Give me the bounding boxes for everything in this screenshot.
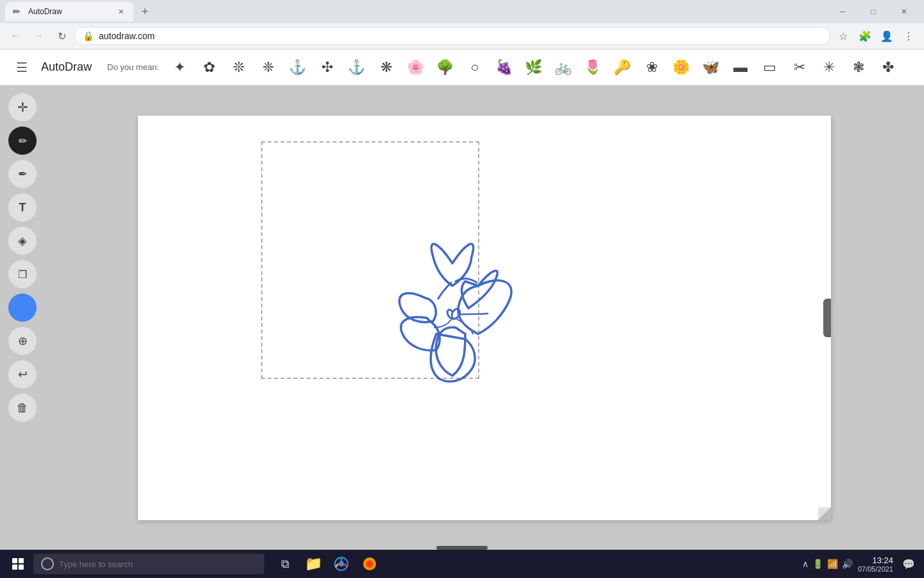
clock-date: 07/05/2021	[858, 565, 893, 573]
suggestion-icon-2[interactable]: ❊	[226, 55, 252, 80]
app-logo: AutoDraw	[41, 60, 92, 74]
browser-chrome: ✏ AutoDraw ✕ + ─ □ ✕ ← → ↻ 🔒 autodraw.co…	[0, 0, 924, 49]
active-tab[interactable]: ✏ AutoDraw ✕	[5, 2, 133, 21]
suggestion-icon-9[interactable]: 🌳	[432, 55, 458, 80]
maximize-button[interactable]: □	[859, 0, 888, 23]
close-button[interactable]: ✕	[889, 0, 919, 23]
suggestion-icon-11[interactable]: 🍇	[492, 55, 517, 80]
suggestion-icon-14[interactable]: 🌷	[580, 55, 606, 80]
suggestion-icon-4[interactable]: ⚓	[285, 55, 311, 80]
network-icon[interactable]: 📶	[827, 559, 838, 569]
search-icon	[41, 557, 54, 570]
new-tab-button[interactable]: +	[136, 3, 154, 21]
start-button[interactable]	[5, 551, 31, 577]
windows-icon	[12, 558, 24, 570]
system-tray: ∧ 🔋 📶 🔊	[802, 559, 853, 569]
drawing-canvas[interactable]	[138, 116, 831, 520]
suggestion-icon-22[interactable]: ✳	[816, 55, 842, 80]
corner-fold	[818, 507, 831, 520]
search-input[interactable]	[59, 559, 257, 569]
minimize-button[interactable]: ─	[828, 0, 857, 23]
main-area: ✛ ✏ ✒ T ◈ ❐ ⊕ ↩ 🗑	[0, 85, 924, 550]
firefox-app[interactable]	[357, 551, 382, 577]
suggestion-icon-8[interactable]: 🌸	[403, 55, 429, 80]
tab-title: AutoDraw	[28, 7, 110, 16]
color-button[interactable]	[8, 293, 37, 322]
svg-point-7	[368, 562, 372, 566]
window-controls: ─ □ ✕	[828, 0, 919, 23]
pen-tool[interactable]: ✒	[8, 160, 37, 188]
system-clock[interactable]: 13:24 07/05/2021	[858, 556, 893, 573]
forward-button[interactable]: →	[28, 26, 49, 46]
suggestion-icon-1[interactable]: ✿	[196, 55, 222, 80]
suggestion-icon-12[interactable]: 🌿	[521, 55, 547, 80]
task-view-button[interactable]: ⧉	[272, 551, 298, 577]
taskbar-center: ⧉ 📁	[272, 551, 382, 577]
suggestions-strip: ✦✿❊❈⚓✣⚓❋🌸🌳○🍇🌿🚲🌷🔑❀🌼🦋▬▭✂✳❃✤	[167, 55, 914, 80]
refresh-button[interactable]: ↻	[51, 26, 72, 46]
profile-button[interactable]: 👤	[877, 26, 897, 46]
browser-toolbar: ☆ 🧩 👤 ⋮	[833, 26, 919, 46]
suggestion-icon-15[interactable]: 🔑	[610, 55, 635, 80]
suggestion-icon-5[interactable]: ✣	[314, 55, 340, 80]
suggestion-icon-0[interactable]: ✦	[167, 55, 193, 80]
canvas-area[interactable]	[45, 85, 924, 550]
suggestion-icon-3[interactable]: ❈	[255, 55, 281, 80]
text-tool[interactable]: T	[8, 193, 37, 222]
taskbar-right: ∧ 🔋 📶 🔊 13:24 07/05/2021 💬	[802, 554, 919, 574]
suggestion-icon-24[interactable]: ✤	[875, 55, 901, 80]
url-text: autodraw.com	[99, 31, 822, 41]
svg-line-4	[345, 564, 348, 567]
back-button[interactable]: ←	[5, 26, 26, 46]
clock-time: 13:24	[858, 556, 893, 565]
suggestion-icon-21[interactable]: ✂	[787, 55, 812, 80]
address-box[interactable]: 🔒 autodraw.com	[74, 27, 830, 45]
notification-button[interactable]: 💬	[898, 554, 919, 574]
volume-icon[interactable]: 🔊	[842, 559, 853, 569]
left-toolbar: ✛ ✏ ✒ T ◈ ❐ ⊕ ↩ 🗑	[0, 85, 45, 550]
shape-tool[interactable]: ❐	[8, 260, 37, 288]
delete-button[interactable]: 🗑	[8, 394, 37, 422]
tab-close-button[interactable]: ✕	[116, 6, 126, 17]
suggestion-icon-6[interactable]: ⚓	[344, 55, 370, 80]
do-you-mean-label: Do you mean:	[107, 62, 159, 72]
svg-line-3	[336, 564, 339, 567]
svg-point-1	[339, 561, 344, 566]
address-bar-row: ← → ↻ 🔒 autodraw.com ☆ 🧩 👤 ⋮	[0, 23, 924, 49]
chrome-app[interactable]	[329, 551, 354, 577]
suggestion-icon-19[interactable]: ▬	[728, 55, 753, 80]
autodraw-tool[interactable]: ✏	[8, 127, 37, 155]
canvas-handle[interactable]	[823, 299, 831, 337]
battery-icon[interactable]: 🔋	[812, 559, 823, 569]
chevron-up-icon[interactable]: ∧	[802, 559, 809, 569]
app-bar: ☰ AutoDraw Do you mean: ✦✿❊❈⚓✣⚓❋🌸🌳○🍇🌿🚲🌷🔑…	[0, 49, 924, 85]
suggestion-icon-20[interactable]: ▭	[757, 55, 783, 80]
lock-icon: 🔒	[83, 31, 94, 41]
taskbar: ⧉ 📁 ∧ 🔋 📶 🔊	[0, 550, 924, 578]
taskbar-search[interactable]	[33, 554, 264, 574]
zoom-in-button[interactable]: ⊕	[8, 327, 37, 355]
bookmark-button[interactable]: ☆	[833, 26, 853, 46]
suggestion-icon-13[interactable]: 🚲	[551, 55, 576, 80]
undo-button[interactable]: ↩	[8, 360, 37, 389]
browser-menu-button[interactable]: ⋮	[898, 26, 919, 46]
move-tool[interactable]: ✛	[8, 93, 37, 121]
suggestion-icon-16[interactable]: ❀	[639, 55, 665, 80]
suggestion-icon-10[interactable]: ○	[462, 55, 488, 80]
drawing-svg	[138, 116, 831, 520]
suggestion-icon-23[interactable]: ❃	[846, 55, 871, 80]
suggestion-icon-17[interactable]: 🌼	[669, 55, 694, 80]
fill-tool[interactable]: ◈	[8, 227, 37, 255]
suggestion-icon-18[interactable]: 🦋	[698, 55, 724, 80]
app-menu-button[interactable]: ☰	[10, 56, 33, 79]
tab-favicon: ✏	[13, 6, 23, 17]
extensions-button[interactable]: 🧩	[855, 26, 875, 46]
suggestion-icon-7[interactable]: ❋	[373, 55, 399, 80]
tab-bar: ✏ AutoDraw ✕ + ─ □ ✕	[0, 0, 924, 23]
file-explorer-app[interactable]: 📁	[300, 551, 326, 577]
